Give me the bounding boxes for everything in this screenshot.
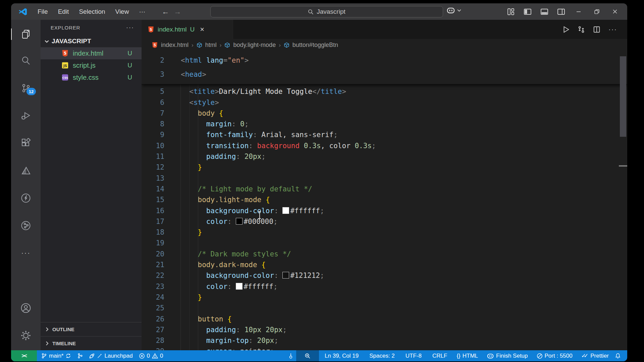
menu-view[interactable]: View — [110, 7, 134, 17]
folder-section-label: JAVASCRIPT — [52, 38, 91, 45]
breadcrumb-item-html[interactable]: html — [205, 42, 217, 49]
file-row-script-js[interactable]: JS script.js U — [41, 59, 142, 71]
explorer-icon[interactable] — [11, 26, 41, 42]
code-line[interactable]: 8 margin: 0; — [142, 119, 627, 129]
code-line[interactable]: 5 <title>Dark/Light Mode Toggle</title> — [142, 86, 627, 97]
code-line[interactable]: 12 } — [142, 162, 627, 173]
error-count: 0 — [147, 353, 150, 359]
code-line[interactable]: 26 button { — [142, 314, 627, 324]
menu-overflow-icon[interactable]: ··· — [134, 7, 150, 17]
restore-button[interactable] — [589, 3, 604, 20]
live-server-port-item[interactable]: Port : 5500 — [534, 350, 576, 361]
menu-file[interactable]: File — [33, 7, 53, 17]
git-branch-item[interactable]: main* — [38, 350, 74, 361]
code-line[interactable]: 18 } — [142, 227, 627, 238]
split-editor-icon[interactable] — [593, 26, 600, 33]
source-control-icon[interactable]: 12 — [11, 80, 41, 96]
breadcrumb-item-button[interactable]: button#toggleBtn — [292, 42, 338, 49]
code-line[interactable]: 21 body.dark-mode { — [142, 259, 627, 270]
notifications-item[interactable] — [612, 350, 624, 361]
editor-scrollbar[interactable] — [619, 51, 627, 350]
code-line[interactable]: 16 background-color: #ffffff; — [142, 205, 627, 216]
tab-close-icon[interactable]: × — [200, 25, 204, 34]
extensions-icon[interactable] — [11, 136, 41, 151]
toggle-secondary-sidebar-button[interactable] — [554, 6, 568, 17]
close-window-button[interactable] — [607, 3, 623, 20]
code-line[interactable]: 9 font-family: Arial, sans-serif; — [142, 129, 627, 140]
code-line[interactable]: 3<head> — [142, 67, 627, 81]
color-swatch[interactable] — [282, 272, 289, 279]
lightning-extension-icon[interactable] — [11, 190, 41, 206]
code-line[interactable]: 22 background-color: #121212; — [142, 270, 627, 281]
outline-panel-header[interactable]: OUTLINE — [41, 322, 142, 336]
indentation-item[interactable]: Spaces: 2 — [366, 350, 398, 361]
code-line[interactable]: 11 padding: 20px; — [142, 151, 627, 162]
live-share-icon[interactable] — [11, 218, 41, 233]
run-file-icon[interactable] — [562, 26, 570, 33]
file-row-index-html[interactable]: 5 index.html U — [41, 47, 142, 59]
toggle-primary-sidebar-button[interactable] — [521, 6, 535, 17]
code-line[interactable]: 13 — [142, 173, 627, 184]
eol-item[interactable]: CRLF — [429, 350, 450, 361]
scrollbar-thumb[interactable] — [620, 56, 626, 137]
code-line[interactable]: 24 } — [142, 292, 627, 303]
code-line[interactable]: 2<html lang="en"> — [142, 53, 627, 67]
launchpad-item[interactable]: Launchpad — [86, 350, 136, 361]
settings-gear-icon[interactable] — [11, 328, 41, 343]
customize-layout-button[interactable] — [504, 6, 518, 17]
toggle-panel-button[interactable] — [537, 6, 551, 17]
folder-section-javascript[interactable]: JAVASCRIPT — [41, 35, 142, 47]
menu-edit[interactable]: Edit — [53, 7, 74, 17]
tab-index-html[interactable]: 5 index.html U × — [142, 20, 233, 39]
breadcrumb-separator: › — [192, 42, 194, 49]
language-mode-item[interactable]: {} HTML — [453, 350, 481, 361]
code-editor[interactable]: 4 <meta charset="UTF-8">5 <title>Dark/Li… — [142, 51, 627, 350]
timeline-panel-header[interactable]: TIMELINE — [41, 336, 142, 350]
cursor-position-item[interactable]: Ln 39, Col 19 — [322, 350, 362, 361]
copilot-status-item[interactable]: Finish Setup — [484, 350, 531, 361]
code-line[interactable]: 14 /* Light mode by default */ — [142, 184, 627, 194]
menu-selection[interactable]: Selection — [74, 7, 110, 17]
code-line[interactable]: 27 padding: 10px 20px; — [142, 324, 627, 335]
prettier-label: Prettier — [590, 353, 609, 359]
search-view-icon[interactable] — [11, 53, 41, 68]
color-swatch[interactable] — [236, 283, 243, 290]
minimize-button[interactable] — [571, 3, 586, 20]
problems-item[interactable]: 0 0 — [136, 350, 166, 361]
ports-item[interactable] — [285, 350, 296, 361]
color-swatch[interactable] — [236, 218, 243, 225]
code-line[interactable]: 23 color: #ffffff; — [142, 281, 627, 292]
breadcrumb-item-file[interactable]: index.html — [161, 42, 189, 49]
copilot-icon — [446, 7, 455, 14]
code-line[interactable]: 29 cursor: pointer; — [142, 346, 627, 350]
code-line[interactable]: 15 body.light-mode { — [142, 194, 627, 205]
copilot-status-label: Finish Setup — [496, 353, 528, 359]
command-center-search[interactable]: Javascript — [210, 6, 443, 17]
code-line[interactable]: 7 body { — [142, 108, 627, 119]
open-changes-icon[interactable] — [578, 26, 585, 33]
copilot-menu[interactable] — [446, 7, 461, 14]
code-line[interactable]: 19 — [142, 238, 627, 248]
code-line[interactable]: 6 <style> — [142, 97, 627, 108]
additional-views-icon[interactable]: ··· — [11, 245, 41, 261]
explorer-more-actions-icon[interactable]: ··· — [126, 24, 134, 31]
color-swatch[interactable] — [282, 207, 289, 214]
encoding-item[interactable]: UTF-8 — [402, 350, 425, 361]
remote-indicator[interactable]: >< — [11, 350, 37, 361]
code-line[interactable]: 20 /* Dark mode styles */ — [142, 249, 627, 259]
breadcrumb-item-body[interactable]: body.light-mode — [233, 42, 276, 49]
code-line[interactable]: 10 transition: background 0.3s, color 0.… — [142, 140, 627, 151]
back-icon[interactable]: ← — [162, 7, 169, 16]
zoom-indicator[interactable] — [296, 350, 319, 361]
prettier-item[interactable]: ✓✓ Prettier — [578, 350, 612, 361]
vscode-window: File Edit Selection View ··· ← → Javascr… — [11, 3, 627, 361]
run-debug-icon[interactable] — [11, 108, 41, 123]
code-line[interactable]: 17 color: #000000; — [142, 216, 627, 227]
source-control-graph-item[interactable] — [74, 350, 86, 361]
file-row-style-css[interactable]: CSS style.css U — [41, 71, 142, 83]
editor-more-actions-icon[interactable]: ··· — [608, 25, 617, 33]
code-line[interactable]: 25 — [142, 303, 627, 313]
account-icon[interactable] — [11, 300, 41, 316]
prism-extension-icon[interactable] — [11, 163, 41, 179]
code-line[interactable]: 28 margin-top: 20px; — [142, 335, 627, 346]
